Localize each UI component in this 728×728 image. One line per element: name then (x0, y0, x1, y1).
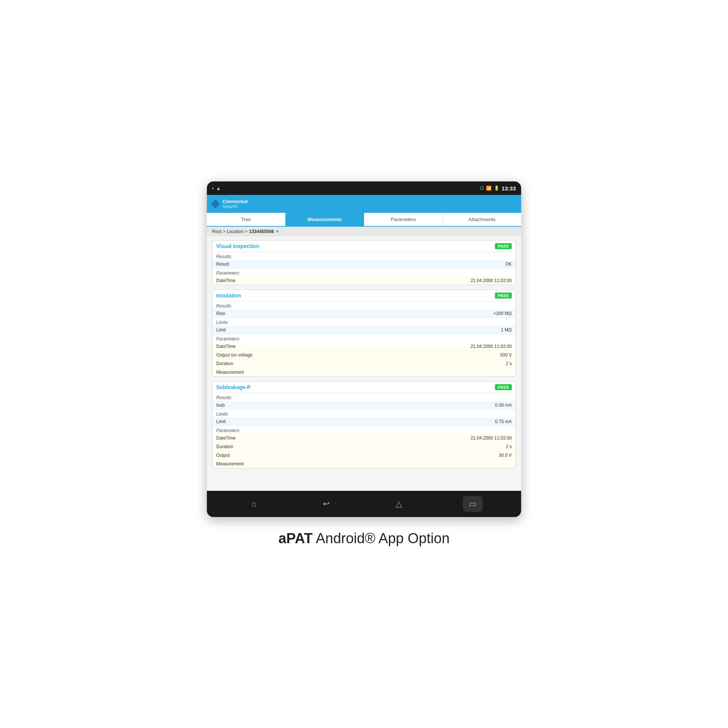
visual-results-label: Results (213, 252, 515, 260)
section-visual-inspection-header: Visual Inspection PASS (213, 240, 515, 252)
brand-name: Connected (223, 199, 248, 205)
subleakage-isub-label: Isub (216, 402, 225, 408)
subleakage-datetime-value: 21.04.2000 11:02:00 (471, 436, 512, 441)
insulation-riso-row: Riso >200 MΩ (213, 309, 515, 318)
subleakage-results-label: Results (213, 393, 515, 401)
subleakage-output-value: 30.0 V (499, 453, 512, 458)
insulation-limit-label: Limit (216, 327, 226, 333)
tab-parameters[interactable]: Parameters (364, 213, 443, 226)
status-bar: ▪ ▲ ⬡ 📶 🔋 13:33 (207, 182, 521, 195)
breadcrumb: Root > Location > 1334455556 ▼ (207, 227, 521, 236)
insulation-measurement-label: Measurement (216, 370, 243, 375)
section-insulation: Insulation PASS Results Riso >200 MΩ Lim… (212, 289, 516, 377)
bluetooth-icon: ⬡ (480, 185, 484, 191)
nav-back-button[interactable]: ↩ (317, 496, 336, 512)
visual-result-value: OK (505, 262, 512, 267)
section-subleakage-header: Subleakage-P PASS (213, 382, 515, 393)
subleakage-output-row: Output 30.0 V (213, 451, 515, 460)
subleakage-params-label: Parameters (213, 426, 515, 434)
status-right-icons: ⬡ 📶 🔋 13:33 (480, 185, 516, 191)
tab-measurements[interactable]: Measurements (286, 213, 364, 226)
breadcrumb-id: 1334455556 (249, 229, 274, 234)
insulation-duration-label: Duration (216, 361, 233, 366)
brand-logo: Connected DeltaPAT (223, 199, 248, 209)
subleakage-isub-row: Isub 0.00 mA (213, 401, 515, 410)
insulation-duration-row: Duration 2 s (213, 359, 515, 368)
subleakage-limit-row: Limit 0.75 mA (213, 418, 515, 426)
subleakage-limit-label: Limit (216, 419, 226, 424)
content-spacer (207, 468, 521, 491)
alert-icon: ▲ (216, 185, 221, 191)
section-insulation-badge: PASS (495, 292, 512, 298)
insulation-duration-value: 2 s (506, 361, 512, 366)
section-visual-inspection: Visual Inspection PASS Results Result OK… (212, 240, 516, 285)
device-frame: ▪ ▲ ⬡ 📶 🔋 13:33 Connected DeltaPAT (207, 182, 521, 517)
tab-attachments[interactable]: Attachments (443, 213, 521, 226)
nav-home-button[interactable]: ⌂ (245, 496, 262, 512)
subleakage-duration-label: Duration (216, 444, 233, 449)
insulation-riso-label: Riso (216, 311, 225, 316)
nav-up-button[interactable]: △ (390, 496, 408, 512)
status-left-icons: ▪ ▲ (212, 185, 221, 191)
visual-datetime-label: DateTime (216, 278, 236, 283)
photo-icon: ▪ (212, 185, 214, 191)
visual-datetime-value: 21.04.2000 11:02:00 (471, 278, 512, 283)
insulation-voltage-value: 500 V (500, 352, 512, 358)
brand-diamond-icon (211, 199, 220, 208)
section-subleakage: Subleakage-P PASS Results Isub 0.00 mA L… (212, 381, 516, 468)
footer-regular: Android® App Option (313, 531, 450, 546)
insulation-datetime-row: DateTime 21.04.2000 11:02:00 (213, 342, 515, 351)
subleakage-limit-value: 0.75 mA (495, 419, 512, 424)
wifi-icon: 📶 (486, 185, 492, 191)
insulation-limits-label: Limits (213, 318, 515, 326)
brand-bar: Connected DeltaPAT (207, 195, 521, 213)
subleakage-datetime-label: DateTime (216, 436, 236, 441)
insulation-results-label: Results (213, 301, 515, 309)
visual-params-label: Parameters (213, 269, 515, 277)
section-insulation-title: Insulation (216, 292, 241, 298)
section-visual-inspection-title: Visual Inspection (216, 243, 259, 249)
insulation-datetime-value: 21.04.2000 11:02:00 (471, 344, 512, 349)
nav-recents-button[interactable]: ▭ (463, 496, 483, 512)
subleakage-measurement-label: Measurement (216, 461, 243, 466)
scroll-area[interactable]: Visual Inspection PASS Results Result OK… (207, 236, 521, 468)
battery-icon: 🔋 (494, 185, 499, 191)
subleakage-datetime-row: DateTime 21.04.2000 11:02:00 (213, 434, 515, 442)
subleakage-measurement-row: Measurement (213, 460, 515, 468)
visual-datetime-row: DateTime 21.04.2000 11:02:00 (213, 277, 515, 285)
nav-bar: ⌂ ↩ △ ▭ (207, 491, 521, 517)
section-visual-inspection-badge: PASS (495, 243, 512, 249)
footer-bold: aPAT (278, 531, 313, 546)
brand-sub: DeltaPAT (223, 205, 248, 209)
section-subleakage-title: Subleakage-P (216, 384, 251, 390)
page-wrapper: ▪ ▲ ⬡ 📶 🔋 13:33 Connected DeltaPAT (0, 0, 728, 728)
insulation-voltage-label: Output iso voltage (216, 352, 252, 358)
subleakage-output-label: Output (216, 453, 230, 458)
filter-icon[interactable]: ▼ (275, 229, 279, 234)
section-subleakage-badge: PASS (495, 384, 512, 390)
insulation-voltage-row: Output iso voltage 500 V (213, 351, 515, 359)
insulation-params-label: Parameters (213, 335, 515, 342)
tab-tree[interactable]: Tree (207, 213, 286, 226)
subleakage-duration-row: Duration 2 s (213, 442, 515, 451)
section-insulation-header: Insulation PASS (213, 290, 515, 301)
insulation-datetime-label: DateTime (216, 344, 236, 349)
subleakage-isub-value: 0.00 mA (495, 402, 512, 408)
insulation-riso-value: >200 MΩ (494, 311, 512, 316)
insulation-measurement-row: Measurement (213, 368, 515, 376)
visual-result-label: Result (216, 262, 229, 267)
footer-text: aPAT Android® App Option (278, 531, 450, 546)
subleakage-duration-value: 2 s (506, 444, 512, 449)
insulation-limit-row: Limit 1 MΩ (213, 326, 515, 335)
tab-bar: Tree Measurements Parameters Attachments (207, 213, 521, 227)
breadcrumb-path: Root > Location > (212, 229, 248, 234)
app-content: Connected DeltaPAT Tree Measurements Par… (207, 195, 521, 491)
subleakage-limits-label: Limits (213, 410, 515, 418)
clock: 13:33 (502, 185, 516, 191)
insulation-limit-value: 1 MΩ (501, 327, 512, 333)
visual-result-row: Result OK (213, 260, 515, 269)
